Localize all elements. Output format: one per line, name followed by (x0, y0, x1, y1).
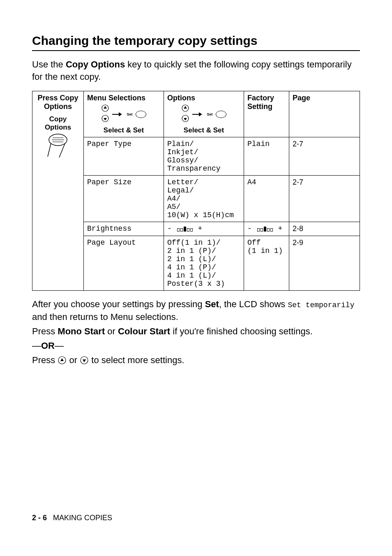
select-set-label: Select & Set (167, 126, 240, 134)
col1-header-line1: Press Copy (36, 94, 80, 102)
factory-setting: A4 (244, 176, 289, 222)
right-arrow-icon (192, 111, 202, 117)
svg-marker-19 (83, 359, 86, 362)
menu-selection: Brightness (84, 222, 164, 236)
intro-bold: Copy Options (66, 59, 125, 70)
menu-selection: Page Layout (84, 236, 164, 291)
up-arrow-icon (101, 104, 109, 112)
factory-setting: - + (244, 222, 289, 236)
factory-setting: Plain (244, 137, 289, 176)
up-arrow-icon (181, 104, 189, 112)
down-arrow-icon (80, 356, 89, 365)
menu-selection: Paper Size (84, 176, 164, 222)
section-heading: Changing the temporary copy settings (32, 34, 360, 51)
col4-header-line1: Factory (247, 94, 286, 102)
svg-marker-15 (199, 112, 202, 116)
copy-label: Copy (36, 115, 80, 123)
options-cell: Off(1 in 1)/ 2 in 1 (P)/ 2 in 1 (L)/ 4 i… (164, 236, 244, 291)
svg-marker-13 (184, 118, 187, 120)
copy-options-button-icon (47, 134, 69, 158)
options-cell: Letter/ Legal/ A4/ A5/ 10(W) x 15(H)cm (164, 176, 244, 222)
set-label: Set (127, 112, 133, 116)
page-number: 2 - 6 (32, 514, 47, 522)
right-arrow-icon (112, 111, 122, 117)
options-cell: Plain/ Inkjet/ Glossy/ Transparency (164, 137, 244, 176)
svg-marker-17 (60, 358, 64, 361)
after-table-text: After you choose your settings by pressi… (32, 298, 360, 366)
page-ref: 2-9 (289, 236, 360, 291)
menu-selection: Paper Type (84, 137, 164, 176)
col3-header: Options (167, 94, 240, 102)
page-ref: 2-7 (289, 137, 360, 176)
factory-setting: Off (1 in 1) (244, 236, 289, 291)
select-set-label: Select & Set (87, 126, 160, 134)
col2-header: Menu Selections (87, 94, 160, 102)
set-button-icon (136, 111, 146, 118)
col5-header: Page (293, 94, 310, 102)
intro-prefix: Use the (32, 59, 66, 70)
set-label: Set (207, 112, 213, 116)
copy-options-table: Press Copy Options Copy Options (32, 91, 360, 291)
footer-section: MAKING COPIES (53, 514, 112, 522)
down-arrow-icon (101, 114, 109, 123)
svg-marker-11 (184, 106, 187, 109)
col1-header-line2: Options (36, 102, 80, 111)
page-ref: 2-7 (289, 176, 360, 222)
page-footer: 2 - 6 MAKING COPIES (32, 514, 112, 522)
options-cell: - + (164, 222, 244, 236)
intro-paragraph: Use the Copy Options key to quickly set … (32, 58, 360, 83)
col4-header-line2: Setting (247, 102, 286, 111)
svg-marker-7 (104, 118, 107, 120)
svg-marker-5 (104, 106, 107, 109)
page-ref: 2-8 (289, 222, 360, 236)
options-label: Options (36, 123, 80, 132)
down-arrow-icon (181, 114, 189, 123)
up-arrow-icon (58, 356, 67, 365)
set-button-icon (216, 111, 226, 118)
brightness-scale-icon (177, 227, 193, 232)
svg-marker-9 (119, 112, 122, 116)
brightness-scale-icon (257, 227, 273, 232)
